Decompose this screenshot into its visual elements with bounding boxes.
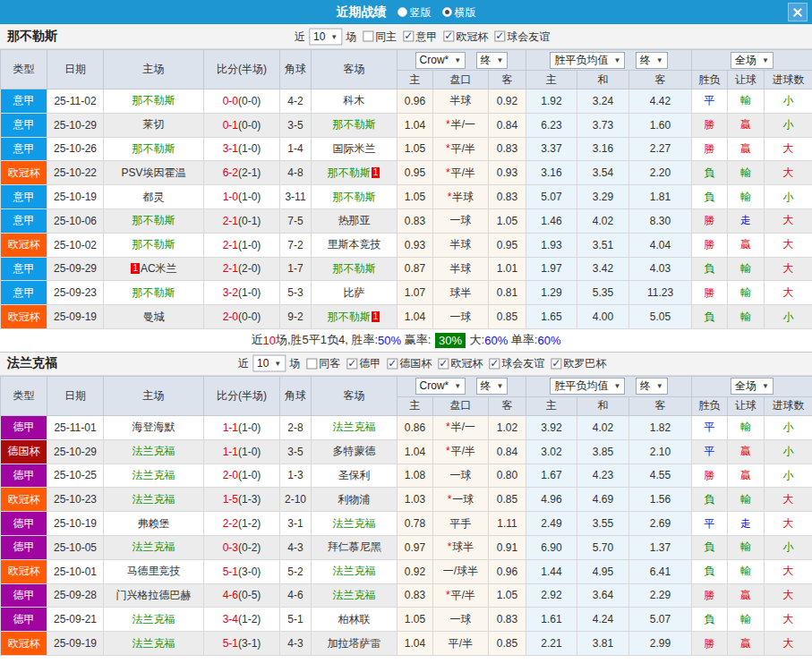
cell-goals-result: 大 — [765, 161, 812, 185]
cell-date: 25-10-23 — [47, 488, 104, 512]
layout-radio[interactable] — [442, 7, 452, 17]
filter-checkbox-label[interactable]: 德国杯 — [399, 356, 432, 371]
league-badge: 德甲 — [1, 535, 47, 559]
chevron-down-icon: ▼ — [656, 379, 663, 393]
table-row: 欧冠杯25-10-01马德里竞技5-1(3-0)5-2法兰克福0.92一/球半0… — [1, 559, 812, 583]
match-count-value: 10 — [313, 30, 325, 43]
team-name-text: 那不勒斯 — [132, 94, 175, 106]
filter-checkbox-label[interactable]: 欧罗巴杯 — [563, 356, 606, 371]
summary-text: 近 — [251, 332, 262, 348]
cell-away-team: 法兰克福 — [312, 415, 397, 439]
radio-label[interactable]: 横版 — [455, 6, 476, 19]
col-score: 比分(半场) — [204, 376, 280, 415]
fulltime-score: 3-1 — [223, 142, 238, 155]
filter-checkbox[interactable] — [443, 31, 454, 42]
filter-checkbox-label[interactable]: 同客 — [319, 356, 340, 371]
cell-odds-away: 0.92 — [489, 89, 526, 114]
cell-avg-draw: 4.24 — [577, 608, 629, 632]
cell-corners: 3-5 — [280, 439, 312, 464]
cell-odds-home: 0.86 — [397, 415, 433, 439]
cell-let-goal-result: 輸 — [728, 185, 765, 209]
table-row: 德甲25-10-19弗赖堡2-2(1-2)3-1法兰克福0.78平手1.112.… — [1, 512, 812, 536]
final-avg-select[interactable]: 终▼ — [636, 52, 668, 69]
cell-score: 1-1(1-0) — [204, 439, 280, 464]
filter-checkbox-label[interactable]: 欧冠杯 — [450, 356, 483, 371]
cell-avg-away: 5.05 — [629, 305, 692, 329]
changed-odds-star: * — [448, 540, 452, 553]
cell-avg-away: 5.07 — [629, 608, 692, 632]
halftime-score: (2-1) — [238, 166, 261, 179]
crown-company-select[interactable]: Crow*▼ — [415, 52, 466, 69]
cell-goals-result: 大 — [765, 233, 812, 257]
cell-avg-home: 6.23 — [526, 113, 577, 137]
full-match-select[interactable]: 全场▼ — [731, 378, 774, 395]
filter-checkbox[interactable] — [363, 31, 373, 42]
filter-checkbox[interactable] — [306, 358, 317, 369]
avg-odds-select[interactable]: 胜平负均值▼ — [550, 378, 625, 395]
cell-away-team: 那不勒斯 — [312, 113, 397, 137]
match-count-select[interactable]: 10▼ — [252, 355, 286, 372]
chevron-down-icon: ▼ — [497, 54, 504, 67]
final-avg-select[interactable]: 终▼ — [636, 378, 668, 395]
filter-checkbox-label[interactable]: 德甲 — [359, 356, 380, 371]
summary-text: 10 — [262, 334, 275, 347]
filter-checkbox[interactable] — [494, 31, 505, 42]
cell-home-team: 莱切 — [104, 113, 204, 137]
result-group-header: 全场▼ — [692, 50, 812, 71]
filter-checkbox[interactable] — [387, 358, 397, 369]
filter-checkbox[interactable] — [403, 31, 414, 42]
cell-away-team: 法兰克福 — [312, 559, 397, 583]
cell-home-team: 法兰克福 — [104, 535, 204, 559]
col-odds-home: 主 — [397, 396, 433, 415]
avg-odds-select[interactable]: 胜平负均值▼ — [550, 52, 625, 69]
league-badge: 意甲 — [1, 208, 47, 233]
full-match-select[interactable]: 全场▼ — [731, 52, 774, 69]
final-odds-select[interactable]: 终▼ — [476, 378, 509, 395]
summary-text: 场,胜5平1负4, 胜率: — [276, 332, 378, 348]
filter-checkbox-label[interactable]: 同主 — [375, 29, 397, 44]
table-row: 意甲25-10-19都灵1-0(1-0)3-11那不勒斯1.05*半球0.835… — [1, 185, 812, 209]
fulltime-score: 0-1 — [223, 119, 238, 132]
radio-label[interactable]: 竖版 — [410, 6, 432, 19]
team-name-text: 那不勒斯 — [132, 142, 175, 155]
match-count-value: 10 — [257, 357, 269, 370]
team-name-text: 国际米兰 — [333, 142, 376, 155]
halftime-score: (1-0) — [238, 142, 261, 155]
filter-checkbox-label[interactable]: 球会友谊 — [501, 356, 544, 371]
cell-avg-away: 2.20 — [629, 161, 692, 185]
filter-checkbox[interactable] — [489, 358, 500, 369]
final-odds-select[interactable]: 终▼ — [476, 52, 509, 69]
cell-avg-away: 2.29 — [629, 583, 692, 608]
col-result: 胜负 — [692, 396, 728, 415]
fulltime-score: 2-2 — [223, 517, 238, 530]
cell-odds-away: 0.80 — [489, 464, 526, 488]
changed-odds-star: * — [446, 142, 450, 155]
cell-avg-draw: 3.73 — [577, 113, 629, 137]
handicap-text: 半球 — [452, 191, 474, 203]
cell-odds-away: 0.95 — [489, 233, 526, 257]
chevron-down-icon: ▼ — [613, 379, 620, 393]
cell-handicap: 一/球半 — [433, 559, 489, 583]
filter-checkbox[interactable] — [551, 358, 561, 369]
crown-company-select[interactable]: Crow*▼ — [415, 378, 466, 395]
filter-checkbox-label[interactable]: 球会友谊 — [507, 29, 550, 44]
cell-odds-home: 1.04 — [397, 439, 433, 464]
team-name-text: 热那亚 — [338, 214, 371, 226]
col-date: 日期 — [47, 50, 104, 89]
col-let-goal: 让球 — [728, 71, 765, 89]
cell-date: 25-10-25 — [47, 464, 104, 488]
cell-goals-result: 小 — [765, 535, 812, 559]
filter-checkbox[interactable] — [438, 358, 449, 369]
filter-checkbox-label[interactable]: 欧冠杯 — [456, 29, 488, 44]
cell-odds-away: 0.85 — [489, 632, 526, 656]
handicap-text: 半球 — [450, 94, 472, 106]
col-corner: 角球 — [280, 50, 312, 89]
match-count-select[interactable]: 10▼ — [309, 28, 342, 45]
filter-checkbox[interactable] — [346, 358, 357, 369]
filter-checkbox-label[interactable]: 意甲 — [415, 29, 437, 44]
close-icon[interactable] — [788, 3, 808, 21]
layout-radio[interactable] — [397, 7, 407, 17]
changed-odds-star: * — [446, 118, 450, 131]
table-row: 德甲25-09-21法兰克福3-4(1-2)5-1柏林联1.05一球0.831.… — [1, 608, 812, 632]
cell-result: 勝 — [692, 208, 728, 233]
